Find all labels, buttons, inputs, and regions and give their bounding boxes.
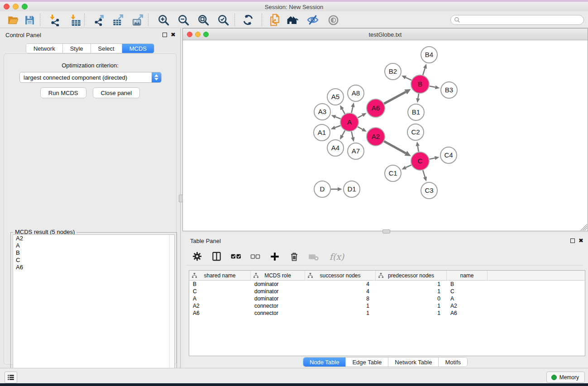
main-titlebar[interactable]: Session: New Session [0,2,588,11]
zoom-in-icon[interactable] [157,13,170,27]
table-row[interactable]: Adominator80A [189,295,585,302]
network-canvas[interactable]: B4B2BB3A5A8A6B1A3AA1C2A2A4A7C4CC1C3DD1 [183,40,588,231]
tab-style[interactable]: Style [62,44,91,53]
deselect-all-icon[interactable] [249,250,262,263]
table-cell[interactable]: 4 [305,281,376,287]
table-row[interactable]: Cdominator41C [189,288,585,295]
mcds-result-item[interactable]: C [13,257,174,264]
import-network-icon[interactable] [48,13,61,27]
table-cell[interactable]: A6 [447,310,488,316]
table-cell[interactable]: 0 [376,295,447,302]
export-table-icon[interactable] [111,13,124,27]
graph-edge-A-A6[interactable] [358,115,363,118]
table-cell[interactable]: 1 [376,303,447,309]
table-cell[interactable]: A6 [189,310,251,316]
table-cell[interactable]: connector [251,310,305,316]
mcds-result-item[interactable]: A2 [13,235,174,242]
hide-panel-eye-icon[interactable] [306,13,320,27]
graph-edge-A-A2[interactable] [358,127,363,129]
optimization-select[interactable]: largest connected component (directed) [19,72,162,83]
table-cell[interactable]: 1 [376,288,447,295]
column-header-successor-nodes[interactable]: successor nodes [305,271,376,280]
tab-network-table[interactable]: Network Table [388,357,438,367]
list-scrollbar[interactable] [169,235,174,383]
graph-edge-B-B4[interactable] [423,68,425,75]
table-settings-gear-icon[interactable] [191,250,203,263]
function-builder-icon[interactable]: f(x) [327,250,347,263]
table-cell[interactable]: 1 [376,281,447,287]
task-history-button[interactable] [5,372,17,383]
show-panel-eye-icon[interactable] [326,13,340,27]
tab-motifs[interactable]: Motifs [438,357,467,367]
table-row[interactable]: Bdominator41B [189,281,585,288]
graph-edge-C-C3[interactable] [423,170,425,177]
graph-edge-A-A1[interactable] [335,125,340,128]
import-table-icon[interactable] [68,13,82,27]
graph-edge-A-A8[interactable] [351,107,353,113]
float-panel-icon[interactable] [163,33,167,37]
float-panel-icon[interactable] [570,238,575,243]
mcds-result-list[interactable]: A2ABCA6 [13,234,175,383]
window-resize-grip[interactable] [581,224,587,230]
close-panel-button[interactable]: Close panel [93,87,140,98]
table-cell[interactable]: C [447,288,488,295]
graph-edge-A-A7[interactable] [351,132,353,138]
search-field[interactable] [450,15,584,25]
clone-network-icon[interactable] [268,13,282,27]
export-network-icon[interactable] [92,13,105,27]
zoom-selected-icon[interactable] [216,13,230,27]
open-folder-icon[interactable] [6,13,20,27]
table-cell[interactable]: 4 [305,288,376,295]
graph-edge-C-C4[interactable] [430,158,435,159]
vertical-splitter-handle[interactable] [179,195,183,202]
column-header-name[interactable]: name [447,271,488,280]
mcds-result-item[interactable]: A6 [13,264,174,271]
zoom-fit-icon[interactable] [196,13,210,27]
network-window-titlebar[interactable]: testGlobe.txt [183,29,588,40]
column-header-predecessor-nodes[interactable]: predecessor nodes [376,271,447,280]
graph-edge-C-C1[interactable] [406,165,411,168]
table-cell[interactable]: connector [251,303,305,309]
column-header-MCDS-role[interactable]: MCDS role [251,271,305,280]
table-cell[interactable]: B [189,281,251,287]
graph-edge-A-A3[interactable] [335,117,340,119]
show-columns-icon[interactable] [210,250,223,263]
delete-column-trash-icon[interactable] [288,250,301,263]
table-cell[interactable]: 1 [305,303,376,309]
table-cell[interactable]: 1 [305,310,376,316]
horizontal-splitter-handle[interactable] [382,229,390,234]
tab-select[interactable]: Select [91,44,122,53]
table-cell[interactable]: B [447,281,488,287]
zoom-out-icon[interactable] [177,13,190,27]
graph-edge-A6-B[interactable] [384,92,406,104]
select-all-icon[interactable] [229,250,242,263]
graph-edge-A2-C[interactable] [384,141,406,153]
mcds-result-item[interactable]: A [13,242,174,249]
table-cell[interactable]: C [189,288,251,295]
tab-node-table[interactable]: Node Table [303,357,346,367]
graph-edge-A-A5[interactable] [342,109,345,114]
graph-edge-B-B3[interactable] [430,86,435,87]
table-row[interactable]: A6connector11A6 [189,310,585,317]
home-layout-icon[interactable] [286,13,300,27]
search-input[interactable] [462,17,583,23]
table-row[interactable]: A2connector11A2 [189,302,585,310]
table-cell[interactable]: 1 [376,310,447,316]
table-cell[interactable]: dominator [251,295,305,302]
column-header-shared-name[interactable]: shared name [189,271,251,280]
mcds-result-item[interactable]: B [13,249,174,257]
table-cell[interactable]: A2 [447,303,488,309]
tab-network[interactable]: Network [26,44,62,53]
table-cell[interactable]: A2 [189,303,251,309]
add-column-icon[interactable] [268,250,281,263]
save-session-icon[interactable] [23,13,36,27]
graph-edge-A-A4[interactable] [342,130,345,135]
refresh-view-icon[interactable] [241,13,255,27]
table-cell[interactable]: 8 [305,295,376,302]
delete-table-icon[interactable] [307,250,320,263]
tab-mcds[interactable]: MCDS [122,44,154,53]
table-cell[interactable]: dominator [251,281,305,287]
table-cell[interactable]: A [189,295,251,302]
run-mcds-button[interactable]: Run MCDS [40,87,86,98]
table-cell[interactable]: dominator [251,288,305,295]
